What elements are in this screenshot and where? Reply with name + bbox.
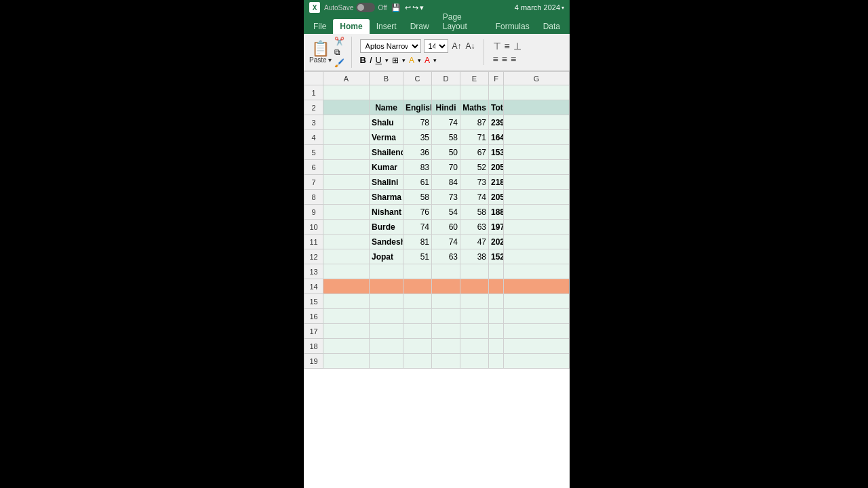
row-header-7[interactable]: 7 [304,175,323,190]
cell[interactable] [504,354,570,369]
cell[interactable]: 87 [460,115,489,130]
cell[interactable]: Shalini [370,175,403,190]
row-header-12[interactable]: 12 [304,249,323,264]
row-header-4[interactable]: 4 [304,130,323,145]
tab-page-layout[interactable]: Page Layout [436,9,489,34]
row-header-15[interactable]: 15 [304,294,323,309]
cell[interactable]: 188 [489,205,504,220]
cell[interactable] [460,339,489,354]
cell[interactable] [323,294,370,309]
more-icon[interactable]: ▾ [420,3,424,12]
cell[interactable] [460,324,489,339]
cell[interactable] [370,264,403,279]
cell[interactable] [489,324,504,339]
cell[interactable] [403,339,432,354]
fill-color-button[interactable]: A [409,56,414,65]
cell[interactable] [460,279,489,294]
cell[interactable] [504,175,570,190]
cell[interactable]: Burde [370,220,403,235]
cell[interactable] [432,339,460,354]
cell[interactable]: 153 [489,145,504,160]
cell[interactable]: 52 [460,160,489,175]
tab-formulas[interactable]: Formulas [489,19,536,34]
tab-file[interactable]: File [307,19,333,34]
cell[interactable] [403,264,432,279]
tab-insert[interactable]: Insert [370,19,403,34]
cell[interactable] [489,339,504,354]
cell[interactable]: 61 [403,175,432,190]
border-dropdown[interactable]: ▾ [402,57,406,64]
cell[interactable] [504,309,570,324]
cell[interactable] [504,324,570,339]
underline-button[interactable]: U [376,55,382,65]
row-header-11[interactable]: 11 [304,235,323,249]
cell[interactable] [432,279,460,294]
align-left-button[interactable]: ≡ [492,54,499,64]
cell[interactable] [323,339,370,354]
cell[interactable] [323,324,370,339]
cell[interactable]: English [403,100,432,115]
cell[interactable]: 152 [489,249,504,264]
cell[interactable] [504,190,570,205]
cell[interactable]: 202 [489,235,504,249]
fontcolor-dropdown[interactable]: ▾ [433,57,437,64]
cell[interactable] [504,205,570,220]
cell[interactable] [504,160,570,175]
cell[interactable]: 76 [403,205,432,220]
cell[interactable] [323,264,370,279]
cell[interactable] [504,264,570,279]
cell[interactable] [489,279,504,294]
date-dropdown[interactable]: ▾ [561,5,564,11]
fill-dropdown[interactable]: ▾ [418,57,421,64]
col-header-a[interactable]: A [323,72,370,85]
bold-button[interactable]: B [360,55,366,65]
row-header-3[interactable]: 3 [304,115,323,130]
cell[interactable]: 73 [432,190,460,205]
cell[interactable] [460,85,489,100]
cell[interactable] [504,100,570,115]
cell[interactable]: Sharma [370,190,403,205]
row-header-6[interactable]: 6 [304,160,323,175]
save-icon[interactable]: 💾 [391,3,401,12]
cell[interactable]: 164 [489,130,504,145]
row-header-5[interactable]: 5 [304,145,323,160]
col-header-e[interactable]: E [460,72,489,85]
cell[interactable]: 205 [489,160,504,175]
align-center-button[interactable]: ≡ [501,54,508,64]
cell[interactable] [504,294,570,309]
row-header-14[interactable]: 14 [304,279,323,294]
redo-icon[interactable]: ↪ [412,3,418,12]
cell[interactable] [370,294,403,309]
cell[interactable] [403,354,432,369]
cell[interactable]: 84 [432,175,460,190]
col-header-f[interactable]: F [489,72,504,85]
cell[interactable]: Name [370,100,403,115]
cell[interactable] [323,160,370,175]
undo-icon[interactable]: ↩ [405,3,411,12]
cell[interactable] [403,309,432,324]
cell[interactable] [323,205,370,220]
row-header-8[interactable]: 8 [304,190,323,205]
row-header-9[interactable]: 9 [304,205,323,220]
cut-icon[interactable]: ✂️ [334,37,344,46]
font-color-button[interactable]: A [425,56,430,65]
cell[interactable] [370,324,403,339]
cell[interactable]: 218 [489,175,504,190]
row-header-13[interactable]: 13 [304,264,323,279]
cell[interactable] [432,264,460,279]
cell[interactable]: 63 [432,249,460,264]
decrease-font-button[interactable]: A↓ [465,41,477,51]
align-top-button[interactable]: ⊤ [492,41,502,52]
cell[interactable]: Nishant [370,205,403,220]
cell[interactable]: 83 [403,160,432,175]
cell[interactable] [403,294,432,309]
cell[interactable] [323,100,370,115]
cell[interactable] [432,309,460,324]
cell[interactable] [432,324,460,339]
row-header-10[interactable]: 10 [304,220,323,235]
font-size-select[interactable]: 14 [424,39,448,53]
cell[interactable] [323,309,370,324]
cell[interactable] [323,249,370,264]
cell[interactable] [489,309,504,324]
border-button[interactable]: ⊞ [392,56,399,65]
